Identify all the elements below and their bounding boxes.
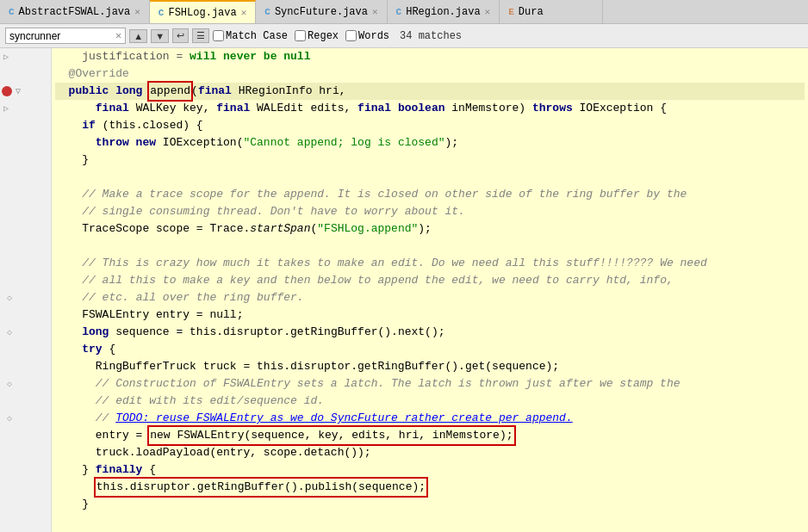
words-checkbox[interactable] <box>345 30 357 41</box>
gutter-line-14 <box>0 272 51 289</box>
gutter-line-28 <box>0 513 51 530</box>
regex-text: Regex <box>308 30 339 42</box>
search-bar: ✕ ▲ ▼ ↩ ☰ Match Case Regex Words 34 matc… <box>0 24 808 48</box>
search-menu-button[interactable]: ☰ <box>192 28 209 43</box>
gutter-line-19 <box>0 358 51 375</box>
code-line-sequence: long sequence = this.disruptor.getRingBu… <box>55 324 805 341</box>
code-line-close-brace1: } <box>55 152 805 169</box>
regex-checkbox[interactable] <box>295 30 306 41</box>
words-text: Words <box>358 30 389 42</box>
tab-label-fshlog: FSHLog.java <box>168 7 236 19</box>
gutter-line-22: ◇ <box>0 410 51 427</box>
code-line-throw: throw new IOException("Cannot append; lo… <box>55 134 805 152</box>
tab-close-syncfuture[interactable]: ✕ <box>372 6 378 17</box>
gutter-line-7 <box>0 152 51 169</box>
gutter-line-8 <box>0 169 51 186</box>
search-options: Match Case Regex Words 34 matches <box>213 30 462 42</box>
gutter-line-16 <box>0 306 51 324</box>
code-line-params: final WALKey key, final WALEdit edits, f… <box>55 100 805 117</box>
code-line-truck-load: truck.loadPayload(entry, scope.detach())… <box>55 444 805 461</box>
gutter-line-6 <box>0 134 51 152</box>
tab-label-dura: Dura <box>519 6 544 18</box>
gutter-line-4: ▷ <box>0 100 51 117</box>
code-line-comment2: // single consuming thread. Don't have t… <box>55 203 805 220</box>
code-line-entry-assign: entry = new FSWALEntry(sequence, key, ed… <box>55 427 805 444</box>
gutter-line-13 <box>0 255 51 272</box>
code-line-comment7: // edit with its edit/sequence id. <box>55 393 805 410</box>
editor-area: ▷ ▽ ▷ ◇ ◇ ◇ ◇ justificat <box>0 48 808 532</box>
tab-label-abstractfswal: AbstractFSWAL.java <box>19 6 131 18</box>
gutter-line-17: ◇ <box>0 324 51 341</box>
gutter-line-10 <box>0 203 51 220</box>
gutter-line-3: ▽ <box>0 83 51 100</box>
gutter-line-25 <box>0 461 51 479</box>
gutter-line-24 <box>0 444 51 461</box>
gutter-line-9 <box>0 186 51 203</box>
search-prev-button[interactable]: ▲ <box>129 29 147 43</box>
code-line-blank1 <box>55 169 805 186</box>
code-line-comment4: // all this to make a key and then below… <box>55 272 805 289</box>
tab-bar: C AbstractFSWAL.java ✕ C FSHLog.java ✕ C… <box>0 0 808 24</box>
tab-close-abstractfswal[interactable]: ✕ <box>134 6 140 17</box>
tab-fshlog[interactable]: C FSHLog.java ✕ <box>150 0 256 23</box>
match-case-text: Match Case <box>226 30 288 42</box>
code-line-comment3: // This is crazy how much it takes to ma… <box>55 255 805 272</box>
search-wrap-button[interactable]: ↩ <box>172 28 189 43</box>
code-line-truck: RingBufferTruck truck = this.disruptor.g… <box>55 358 805 375</box>
gutter-line-26 <box>0 479 51 496</box>
gutter-line-23 <box>0 427 51 444</box>
code-line-comment6: // Construction of FSWALEntry sets a lat… <box>55 375 805 393</box>
tab-dura[interactable]: E Dura <box>500 0 603 23</box>
code-line-tracescope: TraceScope scope = Trace.startSpan("FSHL… <box>55 220 805 238</box>
code-line-override: @Override <box>55 65 805 83</box>
tab-syncfuture[interactable]: C SyncFuture.java ✕ <box>256 0 387 23</box>
words-label[interactable]: Words <box>345 30 389 42</box>
gutter-line-1: ▷ <box>0 48 51 65</box>
gutter-line-2 <box>0 65 51 83</box>
gutter-line-11 <box>0 220 51 238</box>
gutter-line-5 <box>0 117 51 134</box>
regex-label[interactable]: Regex <box>295 30 339 42</box>
search-next-button[interactable]: ▼ <box>151 29 169 43</box>
match-case-checkbox[interactable] <box>213 30 224 41</box>
tab-label-hregion: HRegion.java <box>406 6 480 18</box>
gutter-line-21 <box>0 393 51 410</box>
code-line-if-closed: if (this.closed) { <box>55 117 805 134</box>
tab-icon-hregion: C <box>396 7 402 17</box>
gutter-line-20: ◇ <box>0 375 51 393</box>
search-clear-icon[interactable]: ✕ <box>115 29 121 42</box>
line-number-gutter: ▷ ▽ ▷ ◇ ◇ ◇ ◇ <box>0 48 52 532</box>
breakpoint-marker[interactable] <box>2 86 12 96</box>
code-line-justification: justification = will never be null <box>55 48 805 65</box>
gutter-line-15: ◇ <box>0 289 51 306</box>
code-line-comment5: // etc. all over the ring buffer. <box>55 289 805 306</box>
search-input-wrap: ✕ <box>5 28 126 44</box>
tab-label-syncfuture: SyncFuture.java <box>275 6 368 18</box>
code-line-comment1: // Make a trace scope for the append. It… <box>55 186 805 203</box>
tab-icon-dura: E <box>508 7 514 17</box>
tab-icon-abstractfswal: C <box>9 7 15 17</box>
gutter-line-18 <box>0 341 51 358</box>
tab-hregion[interactable]: C HRegion.java ✕ <box>388 0 500 23</box>
tab-close-hregion[interactable]: ✕ <box>485 6 491 17</box>
tab-icon-syncfuture: C <box>264 7 270 17</box>
tab-close-fshlog[interactable]: ✕ <box>241 7 247 18</box>
code-line-append-sig: public long append(final HRegionInfo hri… <box>55 83 805 100</box>
tab-icon-fshlog: C <box>158 8 165 18</box>
match-case-label[interactable]: Match Case <box>213 30 288 42</box>
code-line-finally: } finally { <box>55 461 805 479</box>
code-line-blank3 <box>55 513 805 530</box>
code-line-blank2 <box>55 238 805 255</box>
code-content[interactable]: justification = will never be null @Over… <box>52 48 808 532</box>
code-line-fswalentry: FSWALEntry entry = null; <box>55 306 805 324</box>
code-line-publish: this.disruptor.getRingBuffer().publish(s… <box>55 479 805 496</box>
tab-abstractfswal[interactable]: C AbstractFSWAL.java ✕ <box>0 0 150 23</box>
search-input[interactable] <box>9 30 113 42</box>
code-line-todo: // TODO: reuse FSWALEntry as we do SyncF… <box>55 410 805 427</box>
code-line-try: try { <box>55 341 805 358</box>
gutter-line-12 <box>0 238 51 255</box>
code-line-close-brace2: } <box>55 496 805 513</box>
gutter-line-27 <box>0 496 51 513</box>
match-count: 34 matches <box>400 30 462 42</box>
